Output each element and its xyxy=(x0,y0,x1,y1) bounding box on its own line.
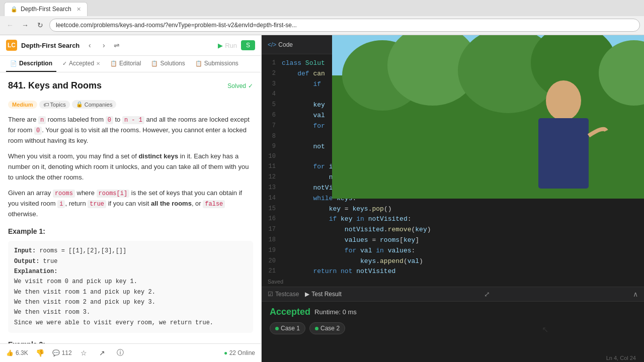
lc-header: LC Depth-First Search ‹ › ⇌ ▶ Run S xyxy=(0,35,261,56)
browser-tabs: 🔒 Depth-First Search ✕ xyxy=(0,0,644,16)
runtime-label: Runtime: 0 ms xyxy=(314,308,357,316)
saved-text: Saved xyxy=(262,277,644,287)
info-button[interactable]: ⓘ xyxy=(114,347,126,359)
accepted-label: Accepted xyxy=(270,307,310,317)
status-label: Solved xyxy=(227,82,246,89)
tab-editorial-label: Editorial xyxy=(119,60,141,67)
lc-nav: ‹ › ⇌ xyxy=(84,39,122,51)
back-button[interactable]: ← xyxy=(4,19,16,31)
code-tab: </> Code xyxy=(268,41,293,48)
companies-button[interactable]: 🔒 Companies xyxy=(72,100,117,109)
code-line-19: 19 for val in values: xyxy=(262,246,644,256)
example2-title: Example 2: xyxy=(8,339,253,343)
tabs-row: 📄 Description ✓ Accepted ✕ 📋 Editorial 📋… xyxy=(0,56,261,72)
online-status: ● 22 Online xyxy=(224,349,255,356)
check-icon: ✓ xyxy=(248,82,253,89)
tab-editorial[interactable]: 📋 Editorial xyxy=(106,56,145,72)
companies-icon: 🔒 xyxy=(76,101,83,108)
video-overlay xyxy=(332,35,644,199)
solutions-icon: 📋 xyxy=(151,60,158,67)
comments-count: 112 xyxy=(62,349,72,356)
tab-title: Depth-First Search xyxy=(21,6,71,13)
thumbup-icon: 👍 xyxy=(6,349,14,356)
problem-number: 841. xyxy=(8,80,26,90)
likes-count: 6.3K xyxy=(16,349,28,356)
bottom-tabs-row: ☑ Testcase ▶ Test Result ⤢ ∧ xyxy=(262,287,644,302)
testcase-tab[interactable]: ☑ Testcase xyxy=(268,291,299,298)
difficulty-badge: Medium xyxy=(8,101,37,109)
browser-chrome: 🔒 Depth-First Search ✕ ← → ↻ xyxy=(0,0,644,35)
tab-solutions[interactable]: 📋 Solutions xyxy=(147,56,189,72)
star-button[interactable]: ☆ xyxy=(78,347,90,359)
online-count: 22 Online xyxy=(229,349,255,356)
description-icon: 📄 xyxy=(10,60,17,67)
code-line-18: 18 values = rooms[key] xyxy=(262,235,644,246)
accepted-icon: ✓ xyxy=(62,60,67,67)
case1-button[interactable]: Case 1 xyxy=(270,322,305,334)
case1-dot xyxy=(275,327,279,330)
testresult-tab[interactable]: ▶ Test Result xyxy=(305,291,341,298)
example1-title: Example 1: xyxy=(8,226,253,237)
tab-solutions-label: Solutions xyxy=(160,60,185,67)
url-bar[interactable] xyxy=(49,19,640,32)
comment-icon: 💬 xyxy=(52,349,60,356)
case1-label: Case 1 xyxy=(281,325,300,332)
problem-content: 841. Keys and Rooms Solved ✓ Medium 🏷 To… xyxy=(0,72,261,343)
example1-block: Input: rooms = [[1],[2],[3],[]] Output: … xyxy=(8,241,253,333)
code-line-20: 20 keys.append(val) xyxy=(262,256,644,267)
likes-stat: 👍 6.3K xyxy=(6,349,28,356)
cursor-position: Ln 4, Col 24 xyxy=(606,355,636,361)
expand-button[interactable]: ⤢ xyxy=(484,290,490,298)
tab-accepted[interactable]: ✓ Accepted ✕ xyxy=(58,56,104,72)
topics-label: Topics xyxy=(50,102,66,108)
bottom-panel: ☑ Testcase ▶ Test Result ⤢ ∧ Accepted Ru… xyxy=(262,287,644,362)
code-line-15: 15 key = keys.pop() xyxy=(262,204,644,215)
tab-description-label: Description xyxy=(19,60,52,67)
share-button[interactable]: ↗ xyxy=(96,347,108,359)
code-icon: </> xyxy=(268,41,276,48)
video-frame xyxy=(332,35,644,199)
shuffle-button[interactable]: ⇌ xyxy=(112,40,122,50)
topics-button[interactable]: 🏷 Topics xyxy=(39,101,70,109)
left-panel: LC Depth-First Search ‹ › ⇌ ▶ Run S 📄 De… xyxy=(0,35,262,362)
svg-point-7 xyxy=(546,80,581,121)
editorial-icon: 📋 xyxy=(110,60,117,67)
problem-status: Solved ✓ xyxy=(227,82,253,89)
case2-button[interactable]: Case 2 xyxy=(309,322,345,334)
browser-toolbar: ← → ↻ xyxy=(0,16,644,35)
main-container: LC Depth-First Search ‹ › ⇌ ▶ Run S 📄 De… xyxy=(0,35,644,362)
thumbdown-button[interactable]: 👎 xyxy=(34,347,46,359)
tab-description[interactable]: 📄 Description xyxy=(6,56,56,72)
collapse-button[interactable]: ∧ xyxy=(633,290,638,298)
companies-label: Companies xyxy=(85,102,113,108)
code-line-17: 17 notVisited.remove(key) xyxy=(262,225,644,235)
run-label: Run xyxy=(225,42,237,49)
lc-title: Depth-First Search xyxy=(21,42,79,49)
problem-title: 841. Keys and Rooms xyxy=(8,80,102,91)
svg-rect-8 xyxy=(538,118,589,189)
refresh-button[interactable]: ↻ xyxy=(34,19,46,31)
problem-title-text: Keys and Rooms xyxy=(28,80,102,90)
code-line-21: 21 return not notVisited xyxy=(262,266,644,277)
tags-row: Medium 🏷 Topics 🔒 Companies xyxy=(8,100,253,109)
next-problem-button[interactable]: › xyxy=(98,39,110,51)
prev-problem-button[interactable]: ‹ xyxy=(84,39,96,51)
tab-submissions[interactable]: 📋 Submissions xyxy=(191,56,243,72)
lc-logo: LC xyxy=(6,40,17,51)
tab-accepted-close[interactable]: ✕ xyxy=(96,61,100,66)
testresult-label: Test Result xyxy=(311,291,341,298)
run-button[interactable]: ▶ Run xyxy=(218,42,237,49)
testcase-label: Testcase xyxy=(275,291,299,298)
test-result-area: Accepted Runtime: 0 ms Case 1 Case 2 xyxy=(262,302,644,354)
forward-button[interactable]: → xyxy=(19,19,31,31)
tab-accepted-label: Accepted xyxy=(69,60,94,67)
submit-button[interactable]: S xyxy=(241,40,255,50)
accepted-row: Accepted Runtime: 0 ms xyxy=(270,307,636,317)
footer-bar: 👍 6.3K 👎 💬 112 ☆ ↗ ⓘ ● 22 Online xyxy=(0,343,261,362)
problem-description: There are n rooms labeled from 0 to n - … xyxy=(8,115,253,343)
right-panel: </> Code Python3 ▼ Auto ▼ 1 class Solut … xyxy=(262,35,644,362)
submissions-icon: 📋 xyxy=(195,60,202,67)
testresult-icon: ▶ xyxy=(305,291,309,298)
code-tab-label: Code xyxy=(278,41,293,48)
browser-tab-active[interactable]: 🔒 Depth-First Search ✕ xyxy=(4,2,88,16)
